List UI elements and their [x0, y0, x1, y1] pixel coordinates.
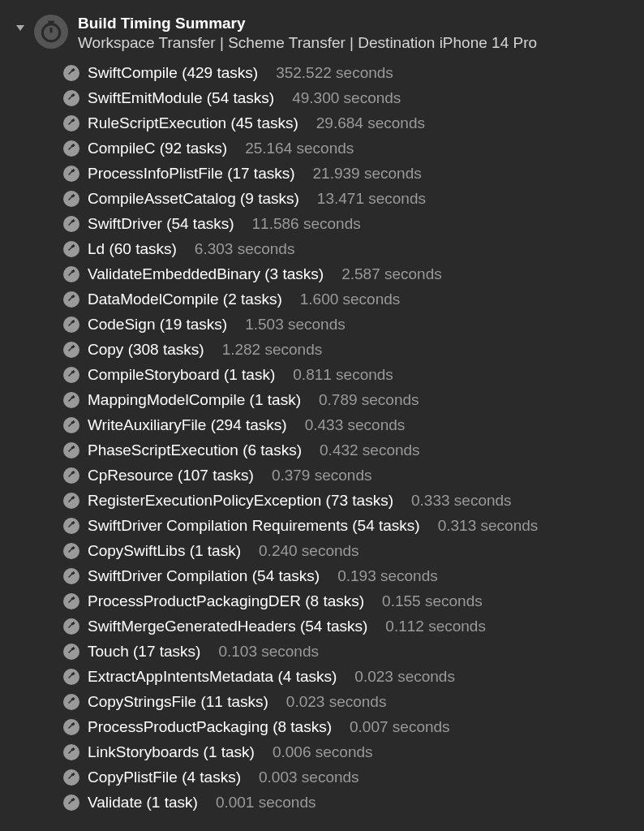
task-label: MappingModelCompile (1 task)	[88, 391, 301, 409]
task-row[interactable]: CompileStoryboard (1 task)0.811 seconds	[63, 362, 628, 387]
task-label: CompileC (92 tasks)	[88, 140, 227, 157]
task-row[interactable]: RuleScriptExecution (45 tasks)29.684 sec…	[63, 110, 628, 136]
task-row[interactable]: PhaseScriptExecution (6 tasks)0.432 seco…	[63, 437, 628, 463]
task-row[interactable]: CompileC (92 tasks)25.164 seconds	[63, 136, 628, 161]
task-time: 0.240 seconds	[259, 542, 359, 560]
task-count: (17 tasks)	[133, 643, 200, 661]
task-count: (1 task)	[147, 794, 198, 812]
task-label: ValidateEmbeddedBinary (3 tasks)	[88, 265, 324, 283]
chevron-down-icon[interactable]	[16, 23, 24, 34]
task-row[interactable]: WriteAuxiliaryFile (294 tasks)0.433 seco…	[63, 412, 628, 437]
task-name: CodeSign	[88, 316, 160, 334]
task-name: WriteAuxiliaryFile	[88, 416, 211, 434]
hammer-icon	[63, 618, 79, 635]
page-title: Build Timing Summary	[78, 15, 537, 32]
task-label: CpResource (107 tasks)	[88, 467, 254, 484]
task-label: RuleScriptExecution (45 tasks)	[88, 114, 298, 132]
task-name: DataModelCompile	[88, 291, 223, 308]
task-name: CopySwiftLibs	[88, 542, 190, 560]
task-row[interactable]: RegisterExecutionPolicyException (73 tas…	[63, 488, 628, 513]
task-time: 0.003 seconds	[259, 769, 359, 786]
task-row[interactable]: SwiftMergeGeneratedHeaders (54 tasks)0.1…	[63, 614, 628, 639]
task-row[interactable]: Touch (17 tasks)0.103 seconds	[63, 639, 628, 664]
task-name: SwiftCompile	[88, 64, 182, 82]
hammer-icon	[63, 543, 79, 559]
task-label: Copy (308 tasks)	[88, 341, 204, 359]
task-time: 11.586 seconds	[252, 215, 361, 233]
task-name: SwiftDriver Compilation	[88, 567, 252, 585]
task-count: (60 tasks)	[109, 240, 176, 258]
task-label: Touch (17 tasks)	[88, 643, 200, 661]
task-row[interactable]: ValidateEmbeddedBinary (3 tasks)2.587 se…	[63, 261, 628, 286]
task-row[interactable]: Validate (1 task)0.001 seconds	[63, 790, 628, 815]
task-name: Validate	[88, 794, 147, 812]
task-row[interactable]: CopyStringsFile (11 tasks)0.023 seconds	[63, 689, 628, 714]
task-count: (8 tasks)	[305, 592, 364, 610]
task-row[interactable]: ProcessProductPackaging (8 tasks)0.007 s…	[63, 714, 628, 739]
task-time: 0.333 seconds	[411, 492, 512, 510]
task-row[interactable]: CpResource (107 tasks)0.379 seconds	[63, 463, 628, 488]
task-label: CompileStoryboard (1 task)	[88, 366, 275, 384]
hammer-icon	[63, 518, 79, 534]
task-row[interactable]: Ld (60 tasks)6.303 seconds	[63, 236, 628, 261]
task-count: (3 tasks)	[264, 265, 324, 283]
task-count: (17 tasks)	[227, 165, 294, 183]
task-row[interactable]: Copy (308 tasks)1.282 seconds	[63, 337, 628, 362]
task-count: (45 tasks)	[230, 114, 298, 132]
task-row[interactable]: ProcessInfoPlistFile (17 tasks)21.939 se…	[63, 161, 628, 186]
hammer-icon	[63, 644, 79, 660]
task-count: (1 task)	[190, 542, 241, 560]
task-row[interactable]: ProcessProductPackagingDER (8 tasks)0.15…	[63, 588, 628, 614]
task-name: Touch	[88, 643, 133, 661]
hammer-icon	[63, 417, 79, 433]
task-count: (8 tasks)	[273, 718, 332, 736]
task-row[interactable]: SwiftCompile (429 tasks)352.522 seconds	[63, 60, 628, 85]
task-name: RegisterExecutionPolicyException	[88, 492, 326, 510]
task-name: CopyPlistFile	[88, 769, 182, 786]
task-name: ExtractAppIntentsMetadata	[88, 668, 277, 686]
task-label: ProcessInfoPlistFile (17 tasks)	[88, 165, 295, 183]
task-row[interactable]: CompileAssetCatalog (9 tasks)13.471 seco…	[63, 186, 628, 211]
task-label: CopySwiftLibs (1 task)	[88, 542, 241, 560]
task-label: CodeSign (19 tasks)	[88, 316, 227, 334]
task-row[interactable]: CopyPlistFile (4 tasks)0.003 seconds	[63, 764, 628, 790]
task-row[interactable]: CodeSign (19 tasks)1.503 seconds	[63, 312, 628, 337]
task-name: ProcessProductPackagingDER	[88, 592, 305, 610]
task-label: ProcessProductPackagingDER (8 tasks)	[88, 592, 364, 610]
task-label: RegisterExecutionPolicyException (73 tas…	[88, 492, 393, 510]
task-row[interactable]: SwiftDriver Compilation (54 tasks)0.193 …	[63, 563, 628, 588]
task-time: 0.155 seconds	[382, 592, 483, 610]
task-row[interactable]: CopySwiftLibs (1 task)0.240 seconds	[63, 538, 628, 563]
task-label: SwiftMergeGeneratedHeaders (54 tasks)	[88, 618, 367, 635]
task-time: 0.103 seconds	[218, 643, 319, 661]
svg-marker-0	[16, 25, 24, 31]
task-time: 25.164 seconds	[245, 140, 354, 157]
task-row[interactable]: SwiftDriver (54 tasks)11.586 seconds	[63, 211, 628, 236]
task-label: SwiftDriver Compilation Requirements (54…	[88, 517, 420, 535]
task-name: Copy	[88, 341, 128, 359]
task-name: MappingModelCompile	[88, 391, 250, 409]
task-row[interactable]: MappingModelCompile (1 task)0.789 second…	[63, 387, 628, 412]
task-label: SwiftDriver Compilation (54 tasks)	[88, 567, 320, 585]
task-count: (11 tasks)	[200, 693, 268, 711]
task-row[interactable]: ExtractAppIntentsMetadata (4 tasks)0.023…	[63, 664, 628, 689]
task-row[interactable]: LinkStoryboards (1 task)0.006 seconds	[63, 739, 628, 764]
task-count: (107 tasks)	[178, 467, 254, 484]
task-time: 0.007 seconds	[350, 718, 450, 736]
task-label: SwiftEmitModule (54 tasks)	[88, 89, 274, 107]
task-name: ProcessInfoPlistFile	[88, 165, 227, 183]
task-row[interactable]: SwiftEmitModule (54 tasks)49.300 seconds	[63, 85, 628, 110]
task-row[interactable]: DataModelCompile (2 tasks)1.600 seconds	[63, 286, 628, 312]
task-count: (1 task)	[250, 391, 301, 409]
hammer-icon	[63, 191, 79, 207]
task-name: RuleScriptExecution	[88, 114, 230, 132]
task-time: 0.001 seconds	[216, 794, 316, 812]
task-time: 352.522 seconds	[276, 64, 393, 82]
task-count: (4 tasks)	[182, 769, 241, 786]
task-count: (1 task)	[204, 743, 255, 761]
task-name: CompileAssetCatalog	[88, 190, 240, 208]
task-count: (54 tasks)	[300, 618, 367, 635]
hammer-icon	[63, 794, 79, 811]
task-row[interactable]: SwiftDriver Compilation Requirements (54…	[63, 513, 628, 538]
hammer-icon	[63, 266, 79, 282]
